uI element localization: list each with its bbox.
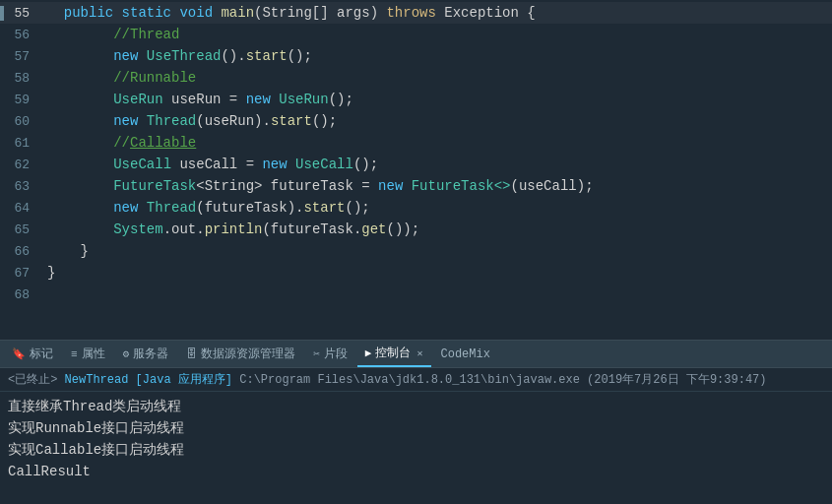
panel-tab-label: 服务器 (133, 346, 168, 362)
panel-tab-label: 片段 (324, 346, 348, 362)
panel-tab-snippets[interactable]: ✂片段 (305, 341, 355, 367)
line-number: 65 (0, 222, 39, 237)
line-number: 59 (0, 93, 39, 107)
bottom-panel: 🔖标记≡属性⚙服务器🗄数据源资源管理器✂片段▶控制台✕CodeMix <已终止>… (0, 340, 832, 504)
code-line: 62 UseCall useCall = new UseCall(); (0, 154, 832, 175)
panel-tab-properties[interactable]: ≡属性 (63, 341, 113, 367)
status-link[interactable]: NewThread [Java 应用程序] (65, 373, 240, 387)
line-number: 63 (0, 179, 39, 194)
code-line: 68 (0, 284, 832, 305)
panel-tab-codemix[interactable]: CodeMix (433, 341, 498, 367)
line-content: public static void main(String[] args) t… (39, 2, 536, 24)
console-icon: ▶ (365, 346, 372, 359)
line-number: 66 (0, 244, 39, 259)
panel-tab-console[interactable]: ▶控制台✕ (357, 341, 431, 367)
line-number: 68 (0, 287, 39, 302)
line-content: } (39, 240, 89, 262)
tab-close-button[interactable]: ✕ (416, 347, 422, 359)
line-content: //Runnable (39, 67, 196, 89)
line-content: //Callable (39, 132, 196, 154)
line-content: new UseThread().start(); (39, 45, 312, 67)
panel-tab-datasource[interactable]: 🗄数据源资源管理器 (178, 341, 303, 367)
code-line: 59 UseRun useRun = new UseRun(); (0, 89, 832, 110)
line-number: 61 (0, 136, 39, 151)
console-line: 直接继承Thread类启动线程 (8, 396, 824, 417)
panel-tab-label: 属性 (82, 346, 105, 362)
status-prefix: <已终止> (8, 373, 65, 387)
code-line: 57 new UseThread().start(); (0, 45, 832, 67)
line-content: } (39, 262, 55, 284)
code-line: 67} (0, 262, 832, 284)
code-line: 66 } (0, 240, 832, 262)
line-number: 62 (0, 158, 39, 172)
line-number: 58 (0, 71, 39, 86)
panel-tab-servers[interactable]: ⚙服务器 (115, 341, 177, 367)
console-line: 实现Runnable接口启动线程 (8, 417, 824, 439)
snippets-icon: ✂ (313, 347, 320, 360)
line-number: 67 (0, 266, 39, 281)
line-number: 57 (0, 49, 39, 64)
code-editor[interactable]: 55 public static void main(String[] args… (0, 0, 832, 340)
panel-tab-label: 标记 (30, 346, 53, 362)
status-date: (2019年7月26日 下午9:39:47) (587, 373, 766, 387)
line-number: 55 (0, 6, 39, 21)
code-lines: 55 public static void main(String[] args… (0, 0, 832, 305)
code-line: 60 new Thread(useRun).start(); (0, 110, 832, 132)
line-content: FutureTask<String> futureTask = new Futu… (39, 175, 594, 197)
code-line: 64 new Thread(futureTask).start(); (0, 197, 832, 219)
panel-tab-label: 控制台 (375, 345, 411, 361)
code-line: 65 System.out.println(futureTask.get()); (0, 219, 832, 240)
status-path: C:\Program Files\Java\jdk1.8.0_131\bin\j… (239, 373, 587, 387)
properties-icon: ≡ (71, 348, 78, 360)
code-line: 55 public static void main(String[] args… (0, 2, 832, 24)
panel-tab-label: 数据源资源管理器 (201, 346, 295, 362)
line-content: //Thread (39, 24, 179, 45)
line-number: 64 (0, 201, 39, 216)
console-line: 实现Callable接口启动线程 (8, 439, 824, 461)
code-line: 58 //Runnable (0, 67, 832, 89)
servers-icon: ⚙ (123, 347, 130, 360)
line-content: new Thread(futureTask).start(); (39, 197, 370, 219)
line-number: 60 (0, 114, 39, 129)
line-content: System.out.println(futureTask.get()); (39, 219, 419, 240)
panel-tab-label: CodeMix (441, 347, 490, 361)
panel-tab-bookmarks[interactable]: 🔖标记 (4, 341, 61, 367)
code-line: 56 //Thread (0, 24, 832, 45)
console-output: 直接继承Thread类启动线程实现Runnable接口启动线程实现Callabl… (0, 392, 832, 486)
code-line: 61 //Callable (0, 132, 832, 154)
line-content: UseRun useRun = new UseRun(); (39, 89, 353, 110)
panel-status-bar: <已终止> NewThread [Java 应用程序] C:\Program F… (0, 368, 832, 392)
console-line: CallResult (8, 461, 824, 482)
line-number: 56 (0, 28, 39, 42)
bookmarks-icon: 🔖 (12, 347, 26, 360)
line-content: UseCall useCall = new UseCall(); (39, 154, 378, 175)
line-content: new Thread(useRun).start(); (39, 110, 337, 132)
code-line: 63 FutureTask<String> futureTask = new F… (0, 175, 832, 197)
datasource-icon: 🗄 (186, 347, 197, 360)
panel-tab-bar: 🔖标记≡属性⚙服务器🗄数据源资源管理器✂片段▶控制台✕CodeMix (0, 341, 832, 368)
